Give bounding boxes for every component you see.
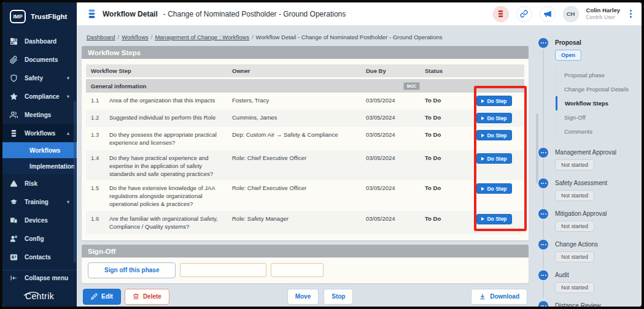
sidebar-item-risk[interactable]: Risk (2, 174, 77, 193)
sidebar: IMP TrustFlight Dashboard Documents Safe… (2, 2, 77, 307)
sidebar-item-safety[interactable]: Safety ▾ (2, 69, 77, 87)
owner-text: Role: Safety Manager (228, 211, 362, 226)
sidebar-item-label: Config (25, 235, 44, 242)
sign-off-field-1[interactable] (180, 263, 266, 277)
sidebar-item-dashboard[interactable]: Dashboard (2, 32, 77, 50)
do-step-button[interactable]: Do Step (476, 96, 512, 106)
step-text: Area of the organization that this impac… (106, 93, 228, 107)
sign-off-phase-button[interactable]: Sign off this phase (88, 262, 176, 278)
sidebar-item-workflows[interactable]: Workflows ▴ (2, 124, 77, 142)
workflow-shortcut-button[interactable] (493, 6, 509, 22)
screenshot-frame: IMP TrustFlight Dashboard Documents Safe… (0, 0, 644, 309)
play-icon (481, 217, 484, 221)
sidebar-subitem-workflows[interactable]: Workflows (2, 142, 77, 158)
phase-dots-icon (538, 38, 548, 48)
sidebar-item-training[interactable]: Training ▾ (2, 193, 77, 211)
sidebar-item-documents[interactable]: Documents (2, 50, 77, 69)
breadcrumb-link-workflows[interactable]: Workflows (122, 34, 149, 40)
workflow-layers-icon (87, 9, 97, 19)
user-role: Centrik User (586, 14, 620, 21)
delete-label: Delete (143, 293, 161, 300)
sidebar-item-label: Meetings (25, 112, 51, 118)
download-button[interactable]: Download (471, 289, 527, 305)
phase-link-sign-off[interactable]: Sign-Off (557, 110, 629, 124)
phase-link-change-proposal-details[interactable]: Change Proposal Details (557, 82, 629, 96)
sidebar-item-config[interactable]: Config (2, 229, 77, 248)
edit-button[interactable]: Edit (83, 289, 121, 305)
collapse-menu-button[interactable]: Collapse menu (2, 270, 77, 286)
sidebar-item-contacts[interactable]: Contacts (2, 248, 77, 266)
breadcrumb-separator: / (252, 34, 254, 40)
owner-text: Cummins, James (228, 110, 362, 124)
sidebar-nav: Dashboard Documents Safety ▾ Compliance … (2, 32, 77, 266)
breadcrumb-link-dashboard[interactable]: Dashboard (87, 34, 115, 40)
delete-button[interactable]: Delete (125, 289, 169, 305)
moc-badge: MOC (403, 82, 420, 90)
do-step-label: Do Step (487, 132, 506, 139)
phase-status-badge[interactable]: Open (555, 50, 581, 61)
sidebar-item-label: Devices (25, 217, 48, 224)
sidebar-item-compliance[interactable]: Compliance ▾ (2, 87, 77, 105)
stop-button[interactable]: Stop (324, 289, 353, 305)
phase-link-workflow-steps[interactable]: Workflow Steps (556, 96, 629, 110)
group-label: General information (86, 80, 362, 93)
do-step-button[interactable]: Do Step (476, 113, 512, 123)
table-row: 1.3 Do they possess the appropriate prac… (86, 127, 524, 150)
sidebar-item-devices[interactable]: Devices (2, 211, 77, 229)
sidebar-item-label: Compliance (25, 93, 60, 100)
phase-dots-icon (538, 178, 548, 188)
collapse-menu-label: Collapse menu (25, 275, 68, 281)
edit-label: Edit (101, 293, 113, 300)
do-step-label: Do Step (487, 115, 506, 121)
brand-name: TrustFlight (31, 13, 67, 20)
phase-label[interactable]: Change Actions (555, 240, 598, 248)
do-step-button[interactable]: Do Step (476, 130, 512, 140)
phase-label[interactable]: Mitigation Approval (555, 209, 607, 217)
pencil-icon (91, 293, 98, 300)
do-step-button[interactable]: Do Step (476, 153, 512, 164)
phase-link-comments[interactable]: Comments (557, 124, 629, 139)
announcements-button[interactable] (540, 6, 556, 22)
avatar[interactable]: CH (563, 6, 579, 22)
phase-distance-review: Distance Review Not started (538, 301, 638, 307)
phase-status-badge: Not started (555, 159, 594, 170)
sign-off-card: Sign off this phase (82, 258, 529, 283)
sidebar-subitem-implementation[interactable]: Implementation (2, 158, 77, 174)
phase-status-badge: Not started (555, 190, 594, 201)
people-icon (10, 111, 18, 119)
phase-label[interactable]: Safety Assessment (555, 178, 607, 186)
phase-label[interactable]: Distance Review (555, 301, 600, 307)
phase-link-proposal-phase[interactable]: Proposal phase (557, 68, 629, 82)
due-date: 03/05/2024 (362, 93, 421, 107)
table-row: 1.6 Are the familiar with organizational… (86, 211, 524, 234)
kebab-menu-icon[interactable] (627, 9, 634, 19)
paperclip-icon (10, 56, 18, 64)
phase-proposal: Proposal Open Proposal phase Change Prop… (538, 38, 638, 140)
status-text: To Do (421, 150, 473, 165)
do-step-label: Do Step (487, 186, 506, 192)
do-step-button[interactable]: Do Step (476, 183, 512, 194)
breadcrumb-link-moc-workflows[interactable]: Management of Change : Workflows (155, 34, 249, 40)
sidebar-scrollbar[interactable] (74, 101, 76, 263)
phase-change-actions: Change Actions Not started (538, 240, 638, 262)
do-step-label: Do Step (487, 98, 506, 104)
sign-off-field-2[interactable] (271, 263, 324, 277)
do-step-button[interactable]: Do Step (476, 214, 512, 224)
link-button[interactable] (516, 6, 532, 22)
sidebar-item-meetings[interactable]: Meetings (2, 105, 77, 124)
table-row: 1.5 Do the have extensive knowledge of J… (86, 180, 524, 210)
sign-off-section-header: Sign-Off (82, 245, 529, 258)
phase-label[interactable]: Audit (555, 270, 594, 278)
sidebar-item-label: Training (25, 199, 48, 205)
dashboard-icon (10, 37, 18, 45)
page-subtitle: - Change of Nominated Postholder - Groun… (163, 10, 346, 18)
step-number: 1.3 (86, 127, 106, 142)
phase-label[interactable]: Management Approval (555, 148, 616, 156)
sidebar-subitem-label: Workflows (29, 147, 60, 154)
phase-label: Proposal (555, 38, 629, 46)
layers-red-icon (497, 10, 505, 18)
main-content: Dashboard / Workflows / Management of Ch… (77, 26, 532, 307)
breadcrumb: Dashboard / Workflows / Management of Ch… (87, 34, 526, 40)
sidebar-item-label: Documents (25, 56, 58, 63)
move-button[interactable]: Move (287, 289, 319, 305)
